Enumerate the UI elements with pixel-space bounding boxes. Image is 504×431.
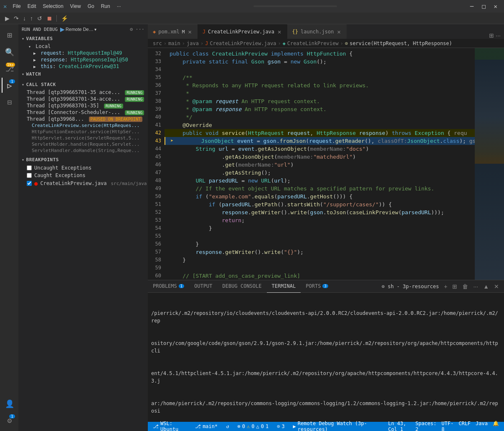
more-panel-button[interactable]: ··· xyxy=(471,282,480,291)
tab-java-close[interactable]: ✕ xyxy=(277,28,282,35)
status-spaces[interactable]: Spaces: 2 xyxy=(414,421,438,431)
var-request[interactable]: ▶ request: HttpRequestImpl@49 xyxy=(18,50,148,56)
activity-bar: ⊞ 🔍 ⎇ 1k+ ▷ 1 ⊟ 👤 ⚙ 1 xyxy=(0,24,18,431)
activity-extensions[interactable]: ⊟ xyxy=(2,94,17,109)
debug-breakpoints-button[interactable]: ⚡ xyxy=(59,14,70,23)
status-sync[interactable]: ↺ xyxy=(224,422,230,431)
panel-tab-terminal[interactable]: TERMINAL xyxy=(267,280,301,293)
close-button[interactable]: ✕ xyxy=(491,2,501,10)
var-response[interactable]: ▶ response: HttpResponseImpl@50 xyxy=(18,56,148,63)
gear-icon[interactable]: ⚙ xyxy=(130,26,133,32)
debug-restart-button[interactable]: ↺ xyxy=(35,14,44,23)
code-line-57: response.getWriter().write("{}"); xyxy=(165,248,475,256)
var-this[interactable]: ▶ this: CreateLinkPreview@31 xyxy=(18,63,148,70)
panel-tab-debug-console[interactable]: DEBUG CONSOLE xyxy=(218,280,267,293)
caught-checkbox[interactable] xyxy=(27,173,32,178)
watch-section-header[interactable]: ▾ WATCH xyxy=(18,70,148,79)
minimize-button[interactable]: ─ xyxy=(467,2,477,10)
menu-file[interactable]: File xyxy=(10,3,23,10)
activity-source-control[interactable]: ⎇ 1k+ xyxy=(2,61,17,76)
thread-paused[interactable]: Thread [qtp39968... PAUSED ON BREAKPOINT xyxy=(18,116,148,122)
debug-step-into-button[interactable]: ↓ xyxy=(21,14,28,23)
var-name-request: request xyxy=(41,50,62,56)
status-debug-watch[interactable]: ▶ Remote Debug Watch (3p-resources) xyxy=(291,422,382,431)
tab-json-close[interactable]: ✕ xyxy=(336,28,341,35)
status-remote[interactable]: ⎇ WSL: Ubuntu xyxy=(151,422,188,431)
activity-search[interactable]: 🔍 xyxy=(2,44,17,59)
breakpoints-section-header[interactable]: ▾ BREAKPOINTS xyxy=(18,155,148,164)
debug-step-out-button[interactable]: ↑ xyxy=(28,14,35,23)
thread-connector[interactable]: Thread [Connector-Scheduler-... RUNNING xyxy=(18,109,148,116)
breakpoint-file[interactable]: ● CreateLinkPreview.java src/main/java :… xyxy=(18,179,148,188)
breakpoint-uncaught[interactable]: Uncaught Exceptions xyxy=(18,164,148,172)
breadcrumb-class[interactable]: CreateLinkPreview xyxy=(287,41,339,46)
menu-view[interactable]: View xyxy=(68,3,84,10)
debug-stop-button[interactable]: ⏹ xyxy=(45,14,54,23)
breadcrumb-file[interactable]: CreateLinkPreview.java xyxy=(210,41,276,46)
menu-selection[interactable]: Selection xyxy=(40,3,66,10)
panel-tab-ports[interactable]: PORTS 3 xyxy=(301,280,333,293)
status-notifications[interactable]: 🔔 xyxy=(491,421,501,426)
more-tabs-button[interactable]: ··· xyxy=(496,32,501,39)
file-bp-checkbox[interactable] xyxy=(27,181,32,186)
status-ports-count: 3 xyxy=(281,423,284,429)
split-terminal-button[interactable]: ⊞ xyxy=(451,282,459,291)
tab-launch-json[interactable]: {} launch.json ✕ xyxy=(287,24,347,39)
code-line-60: // [START add_ons_case_preview_link] xyxy=(165,272,475,280)
variables-section-header[interactable]: ▾ VARIABLES xyxy=(18,34,148,43)
stack-frame-3[interactable]: HttpServlet.service(ServletRequest,S... xyxy=(18,135,148,141)
stack-frame-1[interactable]: CreateLinkPreview.service(HttpReques... xyxy=(18,122,148,129)
breadcrumb-java[interactable]: java xyxy=(187,41,199,46)
close-panel-button[interactable]: ✕ xyxy=(492,282,501,291)
breakpoint-caught[interactable]: Caught Exceptions xyxy=(18,172,148,179)
status-position[interactable]: Ln 43, Col 1 xyxy=(386,421,412,431)
maximize-button[interactable]: □ xyxy=(479,2,489,10)
status-language[interactable]: Java xyxy=(474,421,489,426)
more-icon[interactable]: ··· xyxy=(135,26,144,32)
menu-run[interactable]: Run xyxy=(99,3,113,10)
status-branch[interactable]: ⎇ main* xyxy=(193,422,219,431)
menu-go[interactable]: Go xyxy=(85,3,97,10)
terminal-content[interactable]: /pierrick/.m2/repository/io/cloudevents/… xyxy=(148,293,504,422)
minimap-content xyxy=(475,48,504,280)
status-eol[interactable]: CRLF xyxy=(457,421,472,426)
stack-frame-2[interactable]: HttpFunctionExecutor.service(HttpSer... xyxy=(18,129,148,135)
stack-frame-4[interactable]: ServletHolder.handle(Request,Servlet... xyxy=(18,141,148,147)
menu-edit[interactable]: Edit xyxy=(25,3,39,10)
activity-settings[interactable]: ⚙ 1 xyxy=(2,413,17,428)
running-badge-3: RUNNING xyxy=(104,104,123,109)
menu-more[interactable]: ··· xyxy=(114,3,124,10)
stack-frame-5[interactable]: ServletHandler.doHandle(String,Reque... xyxy=(18,147,148,154)
debug-step-over-button[interactable]: ↷ xyxy=(12,14,20,23)
thread-item-3[interactable]: Thread [qtp399683701-35] RUNNING xyxy=(18,102,148,109)
run-config-button[interactable]: ▶ Remote De… ▾ xyxy=(60,26,96,33)
search-bar[interactable] xyxy=(253,5,337,7)
status-ports[interactable]: ⊙ 3 xyxy=(275,422,286,431)
panel-tab-output[interactable]: OUTPUT xyxy=(189,280,217,293)
activity-explorer[interactable]: ⊞ xyxy=(2,28,17,43)
callstack-section-header[interactable]: ▾ CALL STACK xyxy=(18,80,148,89)
debug-continue-button[interactable]: ▶ xyxy=(3,14,11,23)
activity-run-debug[interactable]: ▷ 1 xyxy=(2,78,17,93)
uncaught-checkbox[interactable] xyxy=(27,165,32,170)
activity-accounts[interactable]: 👤 xyxy=(2,396,17,411)
code-line-39: * @param response An HTTP response conte… xyxy=(165,105,475,113)
local-group[interactable]: ▾ Local xyxy=(18,43,148,50)
tab-pom-xml[interactable]: ◈ pom.xml M ✕ xyxy=(148,24,198,39)
panel-tab-problems[interactable]: PROBLEMS 1 xyxy=(148,280,189,293)
maximize-panel-button[interactable]: ▲ xyxy=(481,282,491,291)
tab-pom-close[interactable]: ✕ xyxy=(187,28,192,35)
thread-item-2[interactable]: Thread [qtp399683701-34-acce... RUNNING xyxy=(18,96,148,102)
breadcrumb-method[interactable]: service(HttpRequest, HttpResponse) xyxy=(350,41,452,46)
status-encoding[interactable]: UTF-8 xyxy=(440,421,455,431)
split-editor-button[interactable]: ⊞ xyxy=(489,32,494,39)
breadcrumb-src[interactable]: src xyxy=(153,41,162,46)
breadcrumb-main[interactable]: main xyxy=(168,41,180,46)
editor-code[interactable]: public class CreateLinkPreview implement… xyxy=(165,48,475,280)
git-icon: ⎇ xyxy=(195,423,201,429)
add-terminal-button[interactable]: + xyxy=(442,282,449,291)
tab-create-link-preview[interactable]: J CreateLinkPreview.java ✕ xyxy=(198,24,287,39)
status-errors[interactable]: ⊗ 0 ⚠ 0 △ 0 1 xyxy=(236,422,271,431)
kill-terminal-button[interactable]: 🗑 xyxy=(461,282,470,291)
thread-item-1[interactable]: Thread [qtp399665701-35 acce... RUNNING xyxy=(18,89,148,96)
